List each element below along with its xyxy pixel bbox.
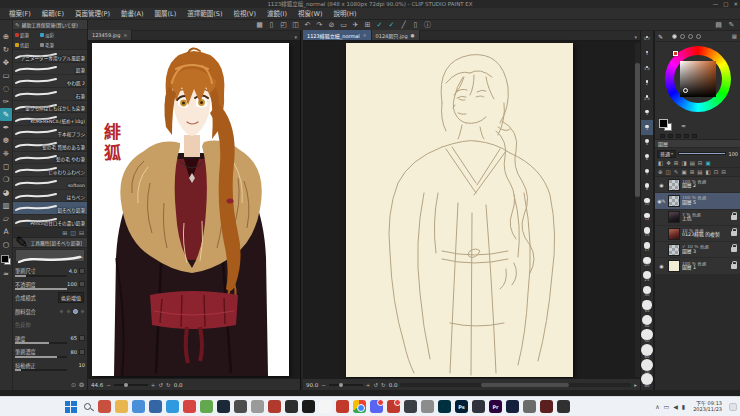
clip-studio-info-icon[interactable]: ⓘ [423,20,432,30]
steam-icon[interactable] [217,400,230,413]
quick-access-pen-icon[interactable]: ✎ [727,20,736,30]
blue-app-icon[interactable] [149,400,162,413]
dark-box-app-icon[interactable] [472,400,485,413]
brush-size-item[interactable]: 70 [641,359,653,374]
search-button[interactable] [81,400,94,413]
zoom-slider[interactable] [114,384,148,386]
tray-battery-icon[interactable]: ▮ [682,403,685,410]
visibility-eye-icon[interactable]: ◉ [659,182,663,188]
brush-item[interactable]: softoon [13,177,87,190]
rotate-right-icon[interactable]: ↻ [381,382,386,388]
layer-palette-icon[interactable]: ▣ [705,160,710,166]
fill-tool[interactable]: ◕ [0,186,12,199]
text-tool[interactable]: A [0,225,12,238]
parameter-dynamics-button[interactable] [79,281,85,287]
lock-icon[interactable] [731,215,737,220]
tool-parameter-slider[interactable]: 合成模式 色彩增值 [15,291,85,305]
layer-ruler-icon[interactable]: ▤ [690,160,695,166]
layer-clip-icon[interactable]: ▣ [681,169,686,175]
layer-opacity-value[interactable]: 100 [728,151,738,157]
gray-tool-icon[interactable] [421,400,434,413]
lock-icon[interactable] [731,247,737,252]
redo-icon[interactable]: ↷ [315,20,324,30]
brush-size-item[interactable]: 17 [641,239,653,254]
menu-item[interactable]: 動畫(A) [116,8,149,20]
parameter-track[interactable] [15,342,67,344]
parameter-dynamics-button[interactable] [79,349,85,355]
layer-flatten-icon[interactable]: ▤ [697,169,702,175]
document-tab[interactable]: 123459.jpg ✕ [88,30,132,40]
youtube-music-icon[interactable] [336,400,349,413]
screen-color-icon[interactable]: ≈ [3,270,9,278]
layer-lock-alpha-icon[interactable]: ⊟ [698,160,703,166]
tray-volume-icon[interactable]: ◀ [673,403,678,410]
layer-filter-all-icon[interactable]: ◧ [658,160,663,166]
rotation-value[interactable]: 0.0 [174,382,183,388]
layer-thumbnail[interactable] [668,179,680,191]
new-layer-icon[interactable]: ⊕ [658,169,663,175]
pen-tool[interactable]: ✎ [0,108,12,121]
tab-list-icon[interactable]: ▾ [634,34,637,40]
brush-size-item[interactable]: 1.5 [641,61,653,76]
menu-item[interactable]: 說明(H) [328,8,361,20]
menu-item[interactable]: 編輯(E) [37,8,69,20]
menu-item[interactable]: 檔案(F) [4,8,36,20]
figure-tool[interactable]: ▱ [0,212,12,225]
panel-layout-icon[interactable]: ▤ [714,20,723,30]
圖層 2[interactable]: ◉ ✎ ✓ 100 % 普通 圖層 2 [655,177,740,193]
menu-item[interactable]: 頁面管理(P) [70,8,115,20]
brush-item[interactable]: 鉛筆 [13,63,87,76]
brush-size-item[interactable]: 50 [641,329,653,344]
close-button[interactable]: ✕ [733,0,738,8]
parameter-track[interactable] [15,288,67,290]
canvas-page-right[interactable] [346,43,573,377]
notification-center-button[interactable] [729,403,737,411]
black-circle-app-icon[interactable] [302,400,315,413]
menu-item[interactable]: 選擇範圍(S) [182,8,227,20]
zoom-in-icon[interactable]: + [151,382,156,388]
圖層 1[interactable]: ◉ ✎ ✓ 100 % 普通 圖層 1 [655,258,740,274]
ruler-icon[interactable]: ╱ [399,20,408,30]
new-folder-icon[interactable]: ◫ [666,169,671,175]
圖層 3[interactable]: ◉ ✎ ✓ 10 % 普通 圖層 3 [655,242,740,258]
main-color-swatch[interactable] [1,255,9,263]
brush-item[interactable]: やわ肌 2 [13,75,87,88]
圖層 5[interactable]: ◉ ✎ ✓ 100 % 普通 圖層 5 [655,193,740,209]
parameter-track[interactable] [15,275,67,277]
dark-folder-icon[interactable] [404,400,417,413]
brush-item[interactable]: 鉛そべり鉛筆 [13,202,87,215]
layer-thumbnail[interactable] [668,228,680,240]
main-color-swatch[interactable] [659,119,668,128]
brush-size-item[interactable]: 7 [641,165,653,180]
white-app-icon[interactable] [319,400,332,413]
lock-icon[interactable] [731,264,737,269]
canvas-page-left[interactable]: 緋狐 [92,43,289,376]
start-button[interactable] [64,400,77,413]
layer-thumbnail[interactable] [668,244,680,256]
menu-item[interactable]: 濾鏡(I) [262,8,292,20]
tool-parameter-slider[interactable]: 筆刷尺寸 4.0 [15,264,85,278]
vscode-icon[interactable] [166,400,179,413]
file-explorer-icon[interactable] [115,400,128,413]
new-document-icon[interactable]: ▯ [267,20,276,30]
layer-draft-icon[interactable]: ✎ [674,169,679,175]
document-tab-active[interactable]: 1123緋狐立繪_normal ✕ [303,30,372,40]
after-effects-icon[interactable] [438,400,451,413]
taskbar-clock[interactable]: 下午 09:13 2023/11/23 [693,401,722,412]
brush-item[interactable]: アニメーター専用リアル風鉛筆 [13,50,87,63]
maximize-button[interactable]: □ [723,0,728,8]
subtool-group[interactable]: 淡彩 [38,30,63,40]
menu-item[interactable]: 檢視(V) [228,8,261,20]
layer-panel-tab[interactable]: 圖層 [655,139,740,148]
tab-close-icon[interactable]: ✕ [363,33,367,38]
tool-parameter-slider[interactable]: 色延伸 [15,318,85,332]
tab-close-icon[interactable]: ✕ [123,33,127,38]
layer-thumbnail[interactable] [668,195,680,207]
sv-cursor[interactable] [683,88,688,93]
brush-item[interactable]: 髪の毛 質感のある筆 [13,139,87,152]
brush-size-item[interactable]: 30 [641,284,653,299]
decoration-tool[interactable]: ❈ [0,147,12,160]
saturation-value-box[interactable] [680,61,716,97]
publish-work-icon[interactable]: ✈ [351,20,360,30]
tool-parameter-slider[interactable]: 抖動修正 10 [15,359,85,373]
